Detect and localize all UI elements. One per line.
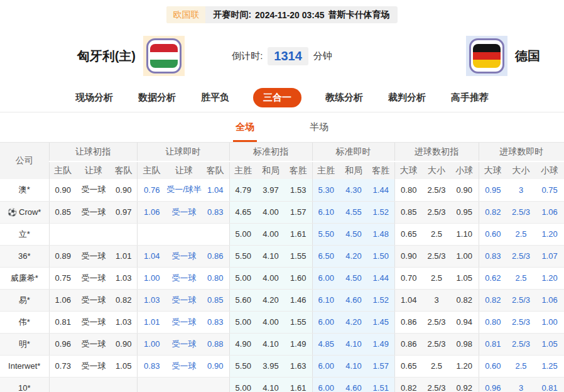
odds-cell: 1.03: [137, 289, 166, 311]
match-info-bar: 欧国联 开赛时间: 2024-11-20 03:45 普斯卡什体育场: [0, 0, 564, 23]
table-row: 易*1.06受一球0.821.03受一球0.855.604.201.466.10…: [0, 289, 564, 311]
odds-cell: 1.04: [137, 245, 166, 267]
odds-cell: 0.90: [111, 333, 137, 355]
odds-cell: 4.10: [257, 377, 285, 392]
odds-cell: 4.20: [257, 289, 285, 311]
odds-cell: 受一球: [166, 355, 202, 377]
odds-cell: 0.70: [394, 267, 423, 289]
subheader: 客胜: [285, 161, 312, 179]
tab-live-analysis[interactable]: 现场分析: [74, 88, 114, 107]
odds-cell: 1.44: [367, 267, 394, 289]
table-row: 伟*0.81受一球1.031.01受一球0.835.004.001.556.00…: [0, 311, 564, 333]
odds-cell: 0.86: [394, 311, 423, 333]
odds-cell: 6.10: [312, 201, 340, 223]
odds-cell: 1.06: [49, 289, 77, 311]
tab-win-draw-lose[interactable]: 胜平负: [200, 88, 230, 107]
odds-cell: 1.60: [285, 267, 312, 289]
odds-cell: 1.46: [285, 289, 312, 311]
odds-cell: 2.5: [507, 355, 535, 377]
odds-cell: 3.97: [257, 179, 285, 201]
odds-cell: 1.49: [367, 333, 394, 355]
tab-coach-analysis[interactable]: 教练分析: [324, 88, 364, 107]
group-header-goals-live: 进球数即时: [479, 143, 564, 161]
odds-cell: 5.00: [229, 377, 257, 392]
subtab-half-match[interactable]: 半场: [307, 112, 331, 142]
table-row: 立*5.004.001.615.504.501.480.652.51.100.6…: [0, 223, 564, 245]
odds-cell: 2.5/3: [507, 245, 535, 267]
subheader: 主队: [49, 161, 77, 179]
countdown-label: 倒计时:: [232, 50, 263, 62]
company-cell: 10*: [0, 377, 49, 392]
group-header-handicap-live: 让球即时: [137, 143, 229, 161]
odds-cell: 5.00: [229, 311, 257, 333]
odds-cell: 4.60: [340, 377, 367, 392]
odds-cell: 1.57: [367, 355, 394, 377]
odds-cell: 1.61: [285, 377, 312, 392]
odds-cell: 1.50: [367, 245, 394, 267]
league-badge[interactable]: 欧国联: [166, 6, 205, 23]
subheader: 和局: [340, 161, 367, 179]
odds-cell: 5.00: [229, 223, 257, 245]
subheader: 大球: [479, 161, 507, 179]
odds-cell: 1.25: [535, 355, 564, 377]
odds-cell: 0.96: [49, 333, 77, 355]
odds-cell: 6.10: [312, 289, 340, 311]
odds-cell: 2.5: [423, 355, 450, 377]
odds-cell: 0.83: [479, 245, 507, 267]
tab-referee-analysis[interactable]: 裁判分析: [387, 88, 427, 107]
odds-cell: 0.73: [49, 355, 77, 377]
odds-cell: 0.90: [450, 179, 479, 201]
odds-cell: 受一球: [166, 333, 202, 355]
odds-cell: 1.00: [137, 267, 166, 289]
odds-cell: 0.98: [450, 333, 479, 355]
company-cell: 明*: [0, 333, 49, 355]
odds-cell: 1.49: [285, 333, 312, 355]
odds-table-body: 澳*0.90受一球0.900.76受一/球半1.044.793.971.535.…: [0, 179, 564, 392]
subtab-full-match[interactable]: 全场: [233, 112, 257, 142]
odds-cell: 2.5/3: [423, 333, 450, 355]
odds-cell: 1.04: [394, 289, 423, 311]
odds-table: 公司 让球初指 让球即时 标准初指 标准即时 进球数初指 进球数即时 主队 让球…: [0, 143, 564, 392]
odds-cell: 2.5/3: [423, 311, 450, 333]
odds-cell: 0.82: [479, 201, 507, 223]
tab-three-in-one[interactable]: 三合一: [253, 88, 301, 107]
subheader: 客队: [111, 161, 137, 179]
odds-cell: 1.51: [367, 377, 394, 392]
table-row: 威廉希*0.75受一球1.031.00受一球0.805.004.001.606.…: [0, 267, 564, 289]
odds-cell: 0.65: [394, 223, 423, 245]
odds-cell: 2.5/3: [423, 377, 450, 392]
odds-cell: 3: [423, 289, 450, 311]
tab-data-analysis[interactable]: 数据分析: [137, 88, 177, 107]
away-flag-box: [466, 36, 507, 76]
odds-cell: 6.00: [312, 377, 340, 392]
odds-cell: 1.00: [535, 311, 564, 333]
odds-cell: 0.97: [111, 201, 137, 223]
odds-cell: [166, 377, 202, 392]
odds-cell: 受一球: [77, 267, 111, 289]
odds-cell: 0.82: [111, 289, 137, 311]
subheader: 主胜: [229, 161, 257, 179]
group-header-standard-initial: 标准初指: [229, 143, 312, 161]
odds-cell: [202, 223, 229, 245]
odds-cell: 4.00: [257, 201, 285, 223]
countdown-value: 1314: [268, 47, 308, 65]
tab-expert-picks[interactable]: 高手推荐: [450, 88, 490, 107]
odds-cell: 0.80: [479, 311, 507, 333]
odds-cell: 1.45: [367, 311, 394, 333]
subheader: 客胜: [367, 161, 394, 179]
odds-cell: 0.86: [394, 333, 423, 355]
odds-cell: 1.05: [450, 267, 479, 289]
countdown: 倒计时: 1314 分钟: [203, 47, 361, 65]
odds-cell: 1.55: [285, 311, 312, 333]
odds-cell: 0.89: [49, 245, 77, 267]
group-header-handicap-initial: 让球初指: [49, 143, 137, 161]
company-column-header: 公司: [0, 143, 49, 179]
odds-cell: 2.5/3: [507, 333, 535, 355]
odds-cell: 受一球: [166, 267, 202, 289]
odds-cell: 0.65: [394, 355, 423, 377]
company-cell: 36*: [0, 245, 49, 267]
odds-cell: 0.81: [479, 333, 507, 355]
odds-cell: 6.00: [312, 311, 340, 333]
odds-cell: 0.82: [479, 289, 507, 311]
odds-cell: 0.80: [202, 267, 229, 289]
